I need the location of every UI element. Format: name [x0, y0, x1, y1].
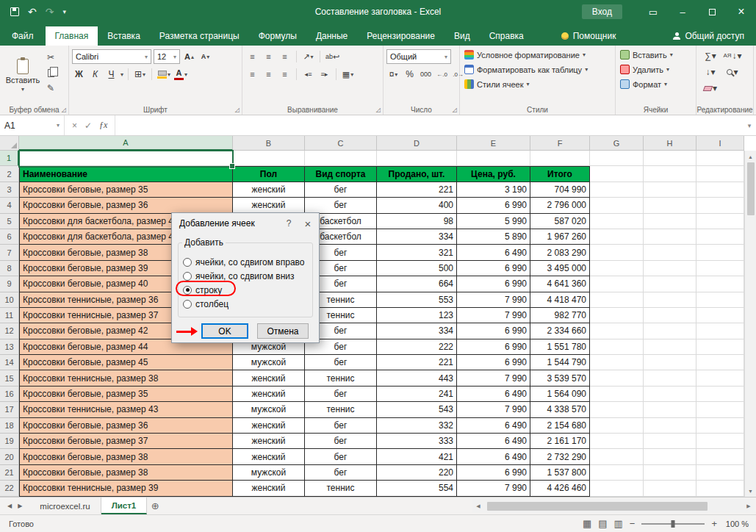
cell-B16[interactable]: женский — [233, 387, 305, 402]
cell-E12[interactable]: 6 990 — [457, 323, 530, 339]
comma-style-button[interactable]: 000 — [419, 68, 433, 82]
fill-button[interactable]: ↓▾ — [705, 67, 715, 77]
cell-I16[interactable] — [696, 387, 744, 402]
row-header-3[interactable]: 3 — [0, 182, 19, 198]
column-header-I[interactable]: I — [696, 136, 744, 151]
cell-D5[interactable]: 98 — [377, 214, 457, 229]
cell-I13[interactable] — [696, 339, 744, 355]
cell-B14[interactable]: мужской — [233, 355, 305, 370]
cell-I12[interactable] — [696, 323, 744, 339]
cell-E16[interactable]: 6 490 — [457, 387, 530, 402]
cell-I8[interactable] — [696, 261, 744, 276]
maximize-button[interactable] — [697, 0, 727, 24]
cell-C22[interactable]: теннис — [305, 481, 377, 496]
vertical-scrollbar[interactable]: ▲ ▼ — [744, 151, 756, 497]
column-header-C[interactable]: C — [305, 136, 377, 151]
cell-E8[interactable]: 6 990 — [457, 261, 530, 276]
row-header-8[interactable]: 8 — [0, 261, 19, 276]
cell-D14[interactable]: 221 — [377, 355, 457, 370]
assistant-button[interactable]: Помощник — [552, 26, 625, 46]
row-header-10[interactable]: 10 — [0, 292, 19, 308]
cell-A22[interactable]: Кроссовки теннисные, размер 39 — [19, 481, 233, 496]
radio-circle-icon[interactable] — [183, 258, 192, 267]
cell-E13[interactable]: 6 990 — [457, 339, 530, 355]
add-sheet-button[interactable]: ⊕ — [147, 500, 163, 511]
cell-I3[interactable] — [696, 182, 744, 198]
cell-G14[interactable] — [590, 355, 644, 370]
row-header-18[interactable]: 18 — [0, 418, 19, 434]
row-header-22[interactable]: 22 — [0, 481, 19, 496]
cell-D2[interactable]: Продано, шт. — [377, 166, 457, 181]
cell-E6[interactable]: 5 890 — [457, 229, 530, 245]
radio-option-1[interactable]: ячейки, со сдвигом вправо — [183, 255, 308, 269]
cell-H13[interactable] — [644, 339, 696, 355]
cell-I11[interactable] — [696, 308, 744, 323]
cell-H11[interactable] — [644, 308, 696, 323]
cell-I15[interactable] — [696, 370, 744, 386]
accounting-format-button[interactable]: ¤▾ — [386, 68, 400, 82]
cell-G1[interactable] — [590, 151, 644, 166]
fill-color-button[interactable]: ▾ — [156, 68, 171, 82]
row-header-11[interactable]: 11 — [0, 308, 19, 323]
cell-G2[interactable] — [590, 166, 644, 181]
cell-E9[interactable]: 6 990 — [457, 276, 530, 292]
cell-I18[interactable] — [696, 418, 744, 434]
cell-B4[interactable]: женский — [233, 198, 305, 213]
sheet-tab-microexcel.ru[interactable]: microexcel.ru — [29, 497, 101, 514]
cell-H1[interactable] — [644, 151, 696, 166]
cell-H15[interactable] — [644, 370, 696, 386]
cell-D10[interactable]: 553 — [377, 292, 457, 308]
cell-G19[interactable] — [590, 434, 644, 449]
cell-G5[interactable] — [590, 214, 644, 229]
scroll-up-icon[interactable]: ▲ — [745, 151, 756, 162]
vertical-scroll-thumb[interactable] — [747, 162, 755, 215]
cell-F11[interactable]: 982 770 — [530, 308, 590, 323]
cell-I4[interactable] — [696, 198, 744, 213]
save-icon[interactable] — [10, 7, 19, 16]
horizontal-scroll-thumb[interactable] — [487, 502, 708, 511]
row-header-17[interactable]: 17 — [0, 402, 19, 417]
cell-D9[interactable]: 664 — [377, 276, 457, 292]
cell-I20[interactable] — [696, 449, 744, 464]
find-select-button[interactable]: ▾ — [727, 67, 738, 77]
cell-G17[interactable] — [590, 402, 644, 417]
align-top-button[interactable]: ≡ — [245, 50, 259, 64]
font-name-select[interactable]: Calibri▾ — [72, 49, 151, 64]
cell-B18[interactable]: женский — [233, 418, 305, 434]
cell-I14[interactable] — [696, 355, 744, 370]
cell-I19[interactable] — [696, 434, 744, 449]
cell-F20[interactable]: 2 732 290 — [530, 449, 590, 464]
cell-C16[interactable]: бег — [305, 387, 377, 402]
cell-A1[interactable] — [19, 151, 233, 166]
row-header-14[interactable]: 14 — [0, 355, 19, 370]
cell-H7[interactable] — [644, 245, 696, 260]
cell-F10[interactable]: 4 418 470 — [530, 292, 590, 308]
column-header-F[interactable]: F — [530, 136, 590, 151]
cell-F17[interactable]: 4 338 570 — [530, 402, 590, 417]
cell-A14[interactable]: Кроссовки беговые, размер 45 — [19, 355, 233, 370]
row-header-5[interactable]: 5 — [0, 214, 19, 229]
radio-option-3[interactable]: строку — [183, 283, 308, 297]
cell-H4[interactable] — [644, 198, 696, 213]
cell-G20[interactable] — [590, 449, 644, 464]
sheet-nav-left-icon[interactable]: ◀ — [7, 503, 12, 509]
cell-E10[interactable]: 7 990 — [457, 292, 530, 308]
row-header-15[interactable]: 15 — [0, 370, 19, 386]
dialog-launcher-icon[interactable]: ◿ — [62, 107, 66, 113]
cell-G6[interactable] — [590, 229, 644, 245]
row-header-13[interactable]: 13 — [0, 339, 19, 355]
cell-E22[interactable]: 7 990 — [457, 481, 530, 496]
ribbon-tab-Главная[interactable]: Главная — [46, 26, 98, 46]
cell-F7[interactable]: 2 083 290 — [530, 245, 590, 260]
cell-C15[interactable]: теннис — [305, 370, 377, 386]
cell-F8[interactable]: 3 495 000 — [530, 261, 590, 276]
cell-F12[interactable]: 2 334 660 — [530, 323, 590, 339]
clear-button[interactable]: ▾ — [704, 83, 717, 93]
radio-option-4[interactable]: столбец — [183, 297, 308, 311]
cell-A19[interactable]: Кроссовки беговые, размер 37 — [19, 434, 233, 449]
cell-H2[interactable] — [644, 166, 696, 181]
cell-G12[interactable] — [590, 323, 644, 339]
row-header-20[interactable]: 20 — [0, 449, 19, 464]
font-size-select[interactable]: 12▾ — [154, 49, 180, 64]
cell-I1[interactable] — [696, 151, 744, 166]
